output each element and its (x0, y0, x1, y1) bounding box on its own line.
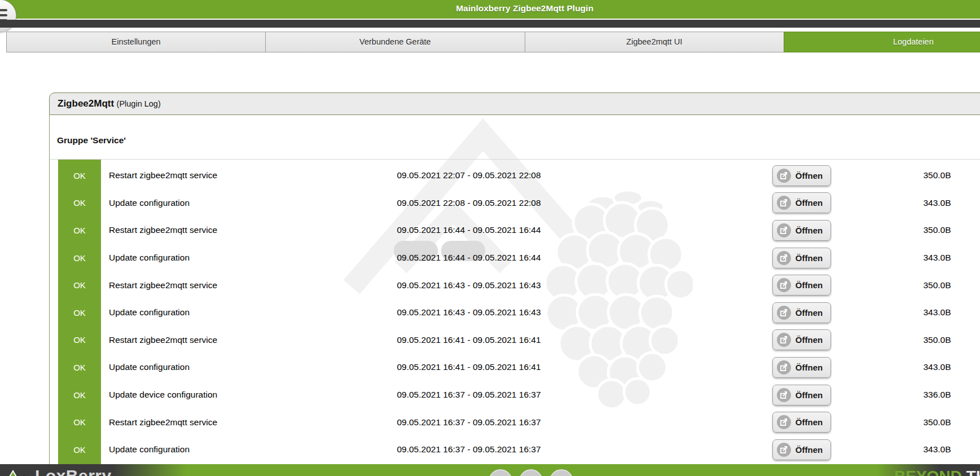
log-row: OKRestart zigbee2mqtt service09.05.2021 … (50, 327, 980, 354)
browser-viewport: Mainloxberry Zigbee2Mqtt Plugin Einstell… (0, 0, 980, 476)
tab-verbundene-geraete[interactable]: Verbundene Geräte (265, 32, 525, 52)
log-size: 343.0B (886, 198, 980, 208)
log-period: 09.05.2021 16:41 - 09.05.2021 16:41 (356, 362, 582, 372)
share-action-icon (777, 388, 791, 402)
log-description: Update configuration (101, 362, 356, 372)
status-badge: OK (50, 445, 101, 455)
log-period: 09.05.2021 16:41 - 09.05.2021 16:41 (356, 335, 582, 345)
status-badge: OK (50, 280, 101, 290)
share-action-icon (777, 278, 791, 292)
log-open-cell: Öffnen (717, 439, 886, 460)
log-row: OKUpdate configuration09.05.2021 16:43 -… (50, 299, 980, 327)
status-badge: OK (50, 390, 101, 400)
open-button-label: Öffnen (796, 335, 823, 345)
log-period: 09.05.2021 16:43 - 09.05.2021 16:43 (356, 307, 582, 318)
open-button-label: Öffnen (796, 308, 823, 318)
panel-subtitle: (Plugin Log) (117, 99, 161, 108)
log-open-cell: Öffnen (717, 329, 886, 350)
status-badge: OK (50, 308, 101, 318)
open-log-button[interactable]: Öffnen (772, 357, 831, 378)
log-group-title: Gruppe 'Service' (50, 115, 980, 159)
open-log-button[interactable]: Öffnen (772, 220, 831, 241)
open-log-button[interactable]: Öffnen (772, 248, 831, 268)
log-row: OKRestart zigbee2mqtt service09.05.2021 … (50, 217, 980, 244)
log-size: 343.0B (886, 362, 980, 372)
open-log-button[interactable]: Öffnen (772, 412, 831, 433)
log-description: Restart zigbee2mqtt service (101, 335, 356, 345)
log-size: 343.0B (886, 444, 980, 455)
log-description: Restart zigbee2mqtt service (101, 225, 356, 235)
log-size: 350.0B (886, 335, 980, 345)
log-open-cell: Öffnen (717, 248, 886, 268)
log-row: OKRestart zigbee2mqtt service09.05.2021 … (50, 408, 980, 436)
open-log-button[interactable]: Öffnen (772, 302, 831, 323)
open-button-label: Öffnen (796, 171, 823, 180)
tab-zigbee2mqtt-ui[interactable]: Zigbee2mqtt UI (525, 32, 784, 52)
log-open-cell: Öffnen (717, 302, 886, 323)
footer-tagline-accent: BEYOND (894, 468, 962, 476)
share-action-icon (777, 415, 791, 429)
status-badge: OK (50, 417, 101, 427)
share-action-icon (777, 251, 791, 265)
open-log-button[interactable]: Öffnen (772, 165, 831, 186)
panel-title: Zigbee2Mqtt (58, 98, 114, 109)
log-period: 09.05.2021 22:07 - 09.05.2021 22:08 (356, 170, 582, 180)
tab-einstellungen[interactable]: Einstellungen (6, 32, 266, 52)
log-row: OKUpdate configuration09.05.2021 16:41 -… (50, 354, 980, 381)
open-log-button[interactable]: Öffnen (772, 385, 831, 406)
top-header-bar: Mainloxberry Zigbee2Mqtt Plugin (0, 0, 980, 19)
header-divider-bar (0, 20, 980, 28)
open-button-label: Öffnen (796, 280, 823, 290)
share-action-icon (777, 169, 791, 183)
log-open-cell: Öffnen (717, 275, 886, 296)
log-row: OKRestart zigbee2mqtt service09.05.2021 … (50, 271, 980, 299)
open-button-label: Öffnen (796, 198, 823, 208)
tab-bar: EinstellungenVerbundene GeräteZigbee2mqt… (6, 32, 980, 52)
log-row: OKUpdate configuration09.05.2021 16:44 -… (50, 244, 980, 272)
footer-actions (489, 469, 573, 476)
panel-subtitle-text: (Plugin Log) (117, 99, 161, 108)
open-log-button[interactable]: Öffnen (772, 275, 831, 296)
open-button-label: Öffnen (796, 363, 823, 372)
log-row: OKUpdate configuration09.05.2021 16:37 -… (50, 436, 980, 464)
footer-brand: LoxBerry (35, 466, 112, 476)
page: Mainloxberry Zigbee2Mqtt Plugin Einstell… (0, 0, 980, 476)
share-action-icon (777, 306, 791, 320)
log-open-cell: Öffnen (717, 385, 886, 406)
share-action-icon (777, 360, 791, 374)
log-size: 350.0B (886, 280, 980, 290)
log-description: Update configuration (101, 198, 356, 208)
log-period: 09.05.2021 16:44 - 09.05.2021 16:44 (356, 253, 582, 263)
open-log-button[interactable]: Öffnen (772, 329, 831, 350)
log-size: 343.0B (886, 307, 980, 318)
minimize-button[interactable] (519, 469, 543, 476)
log-size: 350.0B (886, 170, 980, 180)
log-description: Update configuration (101, 444, 356, 455)
log-description: Update configuration (101, 253, 356, 263)
log-open-cell: Öffnen (717, 165, 886, 186)
status-badge: OK (50, 198, 101, 208)
log-period: 09.05.2021 22:08 - 09.05.2021 22:08 (356, 198, 582, 208)
status-badge: OK (50, 226, 101, 235)
hamburger-menu-icon (0, 9, 7, 11)
log-open-cell: Öffnen (717, 412, 886, 433)
share-action-icon (777, 333, 791, 347)
page-title: Mainloxberry Zigbee2Mqtt Plugin (0, 0, 980, 17)
log-table: OKRestart zigbee2mqtt service09.05.2021 … (50, 159, 980, 464)
footer-bar: LoxBerry BEYOND TH (0, 464, 980, 476)
tab-logdateien[interactable]: Logdateien (784, 32, 980, 52)
panel-body: Gruppe 'Service' OKRestart zigbee2mqtt s… (49, 115, 980, 476)
log-size: 350.0B (886, 417, 980, 427)
log-row: OKUpdate configuration09.05.2021 22:08 -… (50, 189, 980, 217)
log-size: 350.0B (886, 225, 980, 235)
open-log-button[interactable]: Öffnen (772, 439, 831, 460)
log-period: 09.05.2021 16:37 - 09.05.2021 16:37 (356, 444, 582, 455)
status-badge: OK (50, 253, 101, 263)
open-log-button[interactable]: Öffnen (772, 192, 831, 213)
scroll-top-button[interactable] (489, 469, 512, 476)
log-description: Restart zigbee2mqtt service (101, 170, 356, 180)
panel-header: Zigbee2Mqtt (Plugin Log) (49, 92, 980, 115)
loxberry-logo-icon (1, 463, 34, 476)
power-button[interactable] (550, 469, 573, 476)
log-row: OKRestart zigbee2mqtt service09.05.2021 … (50, 162, 980, 189)
